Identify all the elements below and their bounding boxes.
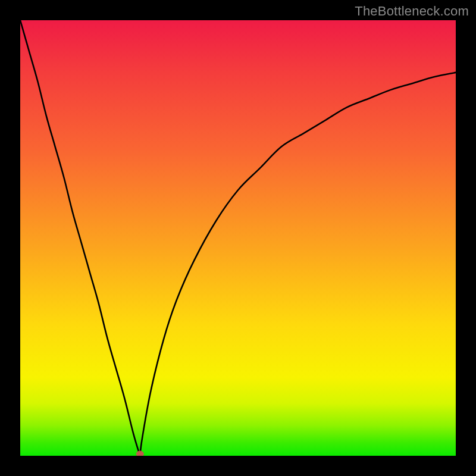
chart-frame: TheBottleneck.com	[0, 0, 476, 476]
left-branch-curve	[20, 20, 140, 456]
plot-area	[20, 20, 456, 456]
min-marker	[136, 451, 143, 456]
right-branch-curve	[140, 73, 456, 456]
watermark-text: TheBottleneck.com	[355, 4, 469, 19]
curve-svg	[20, 20, 456, 456]
